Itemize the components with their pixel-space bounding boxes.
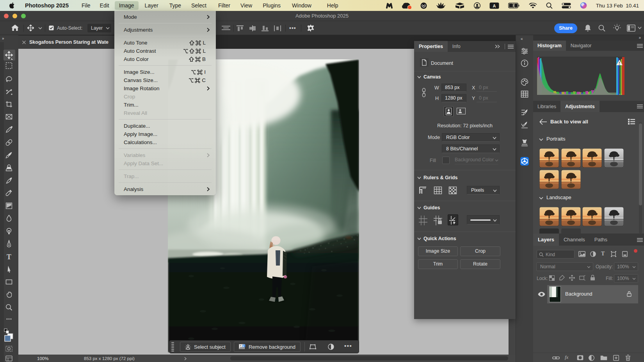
svg-text:»: » [2,36,4,41]
svg-text:T: T [7,253,11,261]
svg-text:A: A [493,3,496,8]
svg-text:«: « [521,37,523,41]
